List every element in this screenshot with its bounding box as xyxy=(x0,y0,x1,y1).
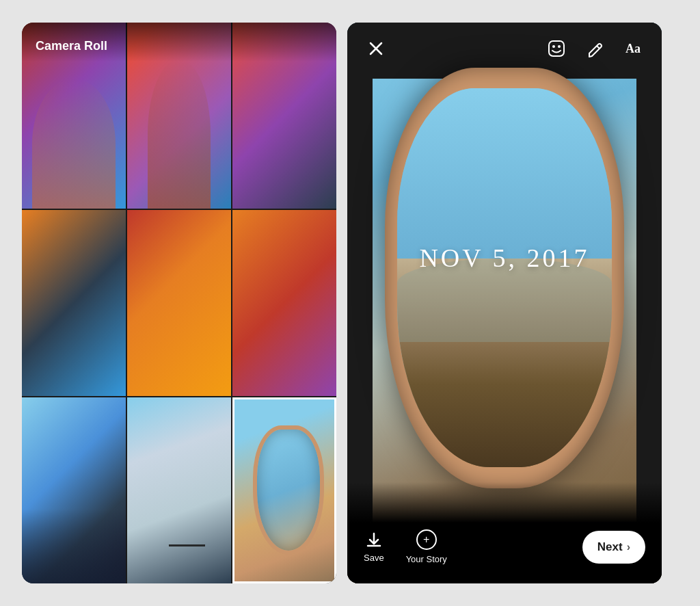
your-story-button[interactable]: Your Story xyxy=(406,529,447,564)
svg-point-4 xyxy=(558,45,561,48)
window-frame-outer xyxy=(385,68,624,488)
svg-rect-2 xyxy=(549,41,564,56)
photo-8[interactable] xyxy=(127,397,231,583)
camera-roll-header: Camera Roll xyxy=(22,23,336,62)
save-label: Save xyxy=(364,553,384,563)
your-story-icon xyxy=(416,529,437,550)
story-toolbar: Aa xyxy=(347,23,662,72)
left-edge xyxy=(347,23,373,583)
photo-7[interactable] xyxy=(22,397,126,583)
save-button[interactable]: Save xyxy=(364,531,384,563)
story-background xyxy=(347,23,662,583)
svg-point-3 xyxy=(552,45,555,48)
save-icon xyxy=(365,531,383,549)
story-editor-panel: Aa NOV 5, 2017 Save xyxy=(347,23,662,583)
close-button[interactable] xyxy=(364,36,388,61)
next-label: Next xyxy=(597,540,623,554)
app-container: Camera Roll xyxy=(22,23,678,583)
toolbar-right: Aa xyxy=(544,36,645,61)
toolbar-left xyxy=(364,36,388,61)
photo-4[interactable] xyxy=(22,210,126,396)
window-land xyxy=(397,259,612,466)
draw-button[interactable] xyxy=(582,36,607,61)
bottom-actions: Save Your Story xyxy=(364,529,447,564)
sticker-button[interactable] xyxy=(544,36,569,61)
photo-6[interactable] xyxy=(232,210,336,396)
window-sky xyxy=(397,88,612,259)
right-edge xyxy=(636,23,662,583)
window-frame-inner xyxy=(397,88,612,467)
photo-5[interactable] xyxy=(127,210,231,396)
photo-grid xyxy=(22,23,336,583)
story-bottom-bar: Save Your Story Next › xyxy=(347,516,662,583)
camera-roll-panel: Camera Roll xyxy=(22,23,336,583)
next-chevron-icon: › xyxy=(627,541,630,553)
text-button[interactable]: Aa xyxy=(621,36,645,61)
photo-9-selected[interactable] xyxy=(232,397,336,583)
next-button[interactable]: Next › xyxy=(582,531,645,564)
your-story-label: Your Story xyxy=(406,554,447,564)
story-date-overlay[interactable]: NOV 5, 2017 xyxy=(419,243,589,273)
camera-roll-title: Camera Roll xyxy=(36,39,107,53)
